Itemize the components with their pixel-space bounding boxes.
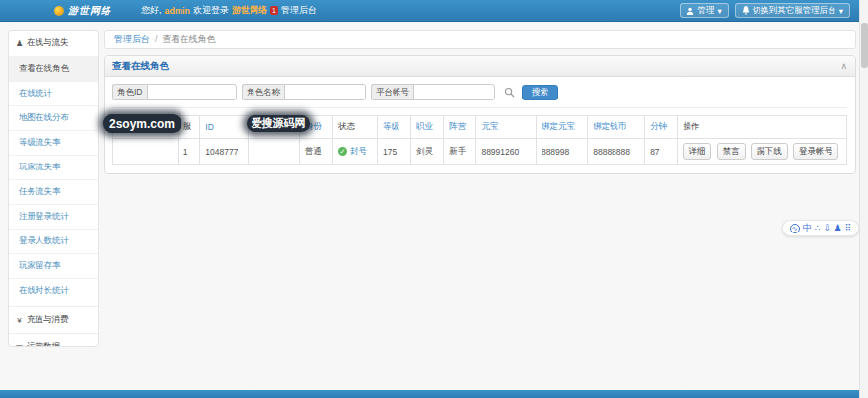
- navbar-right: 管理 ▾ 切换到其它服管理后台 ▾: [680, 3, 850, 18]
- manage-dropdown-button[interactable]: 管理 ▾: [680, 3, 728, 18]
- page: 游世网络 您好, admin 欢迎登录 游世网络 1 管理后台 管理 ▾ 切换到…: [0, 0, 868, 398]
- switch-server-dropdown-button[interactable]: 切换到其它服管理后台 ▾: [735, 3, 850, 18]
- collapse-chevron-icon[interactable]: ∧: [840, 62, 847, 71]
- logo-icon: [54, 6, 64, 16]
- ban-account-link[interactable]: 封号: [350, 146, 367, 158]
- sidebar-section-operation-data[interactable]: ▦ 运营数据: [9, 333, 98, 347]
- sparkle-icon[interactable]: ∴: [815, 224, 821, 232]
- cell-minutes: 87: [645, 139, 678, 165]
- kick-offline-button[interactable]: 踢下线: [751, 143, 788, 160]
- watermark-site-name: 爱搜源码网: [247, 115, 310, 132]
- column-header-job[interactable]: 职业: [411, 116, 444, 139]
- sidebar-section-recharge-consume[interactable]: ¥ 充值与消费: [9, 306, 98, 333]
- data-grid-icon: ▦: [15, 343, 24, 348]
- scrollbar-thumb[interactable]: [861, 23, 868, 68]
- sidebar-item-online-duration-stats[interactable]: 在线时长统计: [9, 278, 98, 302]
- sidebar-item-view-online-roles[interactable]: 查看在线角色: [9, 56, 98, 81]
- sidebar-section-label: 在线与流失: [27, 37, 69, 49]
- sidebar-item-login-count-stats[interactable]: 登录人数统计: [9, 229, 98, 253]
- mute-button[interactable]: 禁言: [717, 143, 746, 160]
- breadcrumb-root-link[interactable]: 管理后台: [114, 33, 150, 46]
- cell-yuanbao: 88991260: [476, 139, 537, 165]
- breadcrumb: 管理后台 / 查看在线角色: [104, 30, 856, 49]
- panel-title: 查看在线角色: [112, 60, 169, 73]
- platform-account-label: 平台帐号: [371, 84, 413, 100]
- role-name-label: 角色名称: [242, 84, 284, 100]
- search-icon: [504, 87, 515, 98]
- breadcrumb-separator: /: [155, 34, 158, 44]
- role-name-input[interactable]: [284, 84, 366, 100]
- column-header-level[interactable]: 等级: [378, 116, 411, 139]
- footer-bar: [0, 390, 868, 398]
- table-row: 1 1048777 普通 ✓ 封号 175 剑灵: [113, 139, 847, 165]
- panel-body: 角色ID 角色名称 平台帐号 搜索: [105, 77, 855, 173]
- server-badge: 1: [270, 6, 278, 15]
- top-navbar: 游世网络 您好, admin 欢迎登录 游世网络 1 管理后台 管理 ▾ 切换到…: [0, 0, 868, 22]
- column-header-status: 状态: [332, 116, 377, 139]
- main-content: 管理后台 / 查看在线角色 查看在线角色 ∧ 角色ID 角色名称: [104, 30, 856, 174]
- greeting-username: admin: [165, 6, 191, 16]
- cell-platform-account: [113, 139, 179, 165]
- page-scrollbar[interactable]: [859, 0, 868, 398]
- search-form: 角色ID 角色名称 平台帐号 搜索: [112, 84, 847, 108]
- sidebar-item-map-online-distribution[interactable]: 地图在线分布: [9, 105, 98, 130]
- greeting-game-name: 游世网络: [232, 4, 267, 17]
- sidebar-item-level-churn[interactable]: 等级流失率: [9, 130, 98, 155]
- cell-status: ✓ 封号: [332, 139, 377, 165]
- platform-account-field-group: 平台帐号: [371, 84, 495, 100]
- cell-level: 175: [378, 139, 411, 165]
- sidebar-item-online-stats[interactable]: 在线统计: [9, 81, 98, 105]
- role-id-field-group: 角色ID: [112, 84, 237, 100]
- sidebar-item-quest-churn[interactable]: 任务流失率: [9, 179, 98, 204]
- sidebar-item-player-retention[interactable]: 玩家留存率: [9, 253, 98, 278]
- column-header-bound-yuanbao[interactable]: 绑定元宝: [536, 116, 587, 139]
- sidebar-section-online-loss[interactable]: ♟ 在线与流失: [9, 31, 98, 56]
- greeting-text: 您好, admin 欢迎登录 游世网络 1 管理后台: [141, 4, 317, 17]
- platform-account-input[interactable]: [413, 84, 495, 100]
- cell-server: 1: [178, 139, 200, 165]
- column-header-faction[interactable]: 阵营: [444, 116, 476, 139]
- login-account-button[interactable]: 登录帐号: [793, 143, 838, 160]
- column-header-minutes[interactable]: 分钟: [645, 116, 678, 139]
- role-name-field-group: 角色名称: [242, 84, 366, 100]
- greeting-middle: 欢迎登录: [193, 4, 229, 17]
- column-header-server: 服: [178, 116, 200, 139]
- user-icon: ♟: [15, 39, 24, 48]
- bell-icon: [742, 6, 750, 15]
- translate-icon[interactable]: ∿: [790, 224, 800, 233]
- brand[interactable]: 游世网络: [54, 4, 111, 18]
- sidebar-item-player-churn[interactable]: 玩家流失率: [9, 155, 98, 179]
- greeting-prefix: 您好,: [141, 4, 162, 17]
- caret-down-icon: ▾: [839, 6, 843, 16]
- cell-identity: 普通: [299, 139, 332, 165]
- money-icon: ¥: [15, 316, 24, 325]
- cell-bound-yuanbao: 888998: [536, 139, 587, 165]
- breadcrumb-current: 查看在线角色: [163, 33, 216, 46]
- caret-down-icon: ▾: [717, 6, 721, 16]
- sidebar-item-register-login-stats[interactable]: 注册登录统计: [9, 204, 98, 229]
- role-id-label: 角色ID: [112, 84, 147, 100]
- panel-header: 查看在线角色 ∧: [105, 56, 855, 77]
- cell-bound-coin: 88888888: [588, 139, 645, 165]
- role-id-input[interactable]: [147, 84, 238, 100]
- search-button[interactable]: 搜索: [522, 85, 558, 100]
- status-ok-icon: ✓: [338, 147, 347, 156]
- download-icon[interactable]: ⇩: [824, 224, 832, 232]
- apps-grid-icon[interactable]: ⠿: [845, 224, 852, 232]
- greeting-suffix: 管理后台: [281, 4, 317, 17]
- cell-job: 剑灵: [411, 139, 444, 165]
- user-icon[interactable]: ♟: [834, 224, 842, 232]
- cell-actions: 详细 禁言 踢下线 登录帐号: [678, 139, 847, 165]
- column-header-yuanbao[interactable]: 元宝: [476, 116, 537, 139]
- floating-toolbar: ∿ 中 ∴ ⇩ ♟ ⠿: [782, 220, 859, 236]
- column-header-bound-coin[interactable]: 绑定钱币: [588, 116, 645, 139]
- online-roles-table: 平台帐号 服 ID 角色名 身份 状态 等级 职业 阵营 元宝 绑定元宝 绑定钱…: [112, 115, 847, 165]
- sidebar-section-label: 充值与消费: [27, 314, 69, 326]
- chinese-icon[interactable]: 中: [803, 224, 812, 232]
- logo-text: 游世网络: [68, 4, 111, 18]
- table-header-row: 平台帐号 服 ID 角色名 身份 状态 等级 职业 阵营 元宝 绑定元宝 绑定钱…: [113, 116, 847, 139]
- watermark-site-domain: 2soym.com: [103, 114, 181, 133]
- detail-button[interactable]: 详细: [683, 143, 711, 160]
- sidebar: ♟ 在线与流失 查看在线角色 在线统计 地图在线分布 等级流失率 玩家流失率 任…: [8, 30, 99, 347]
- column-header-id[interactable]: ID: [200, 116, 249, 139]
